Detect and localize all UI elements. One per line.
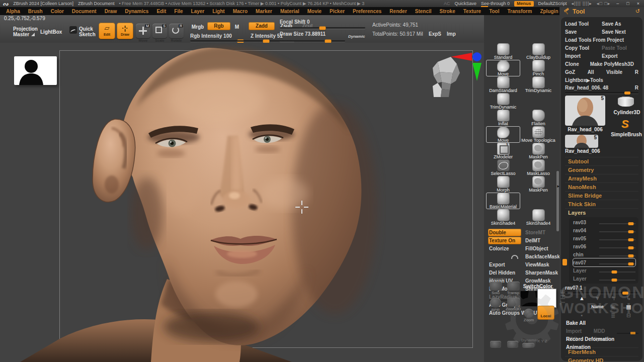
axis-orientation-gizmo[interactable] (449, 52, 484, 89)
layer-control-icon[interactable]: ▼ (590, 295, 605, 302)
layer-row[interactable]: chin (573, 250, 635, 258)
aa-half-icon[interactable] (490, 341, 501, 348)
brush-button[interactable]: Inflat (486, 110, 520, 126)
imp-button[interactable]: Imp (447, 31, 456, 37)
clone-button[interactable]: Clone (565, 60, 590, 68)
draw-button[interactable]: ·¦·Draw (117, 23, 133, 39)
reload-icon[interactable]: ↺ (635, 8, 640, 15)
menu-item[interactable]: Document (68, 9, 101, 14)
layer-row[interactable]: rav04 (573, 226, 635, 234)
layer-control-icon[interactable]: ↳ (621, 295, 636, 302)
toggle-button[interactable]: StoreMT (524, 229, 559, 236)
brush-button[interactable]: Flatten (521, 110, 555, 126)
active-layer-slider[interactable] (565, 292, 638, 294)
layer-control-icon[interactable]: ▪ (574, 312, 590, 319)
menu-item[interactable]: Layer (187, 9, 209, 14)
lightbox-button[interactable]: LightBox (40, 29, 62, 35)
actual-size-icon[interactable] (507, 341, 518, 348)
layer-row[interactable]: rav06 (573, 242, 635, 250)
menu-item[interactable]: Brush (24, 9, 47, 14)
toggle-button[interactable]: DelMT (524, 237, 559, 244)
document-canvas[interactable] (0, 43, 484, 362)
minimize-button[interactable]: – (615, 1, 620, 6)
tool-section-header[interactable]: Geometry HD (565, 356, 638, 362)
zoom3d-button[interactable]: Zoom3D (505, 298, 521, 311)
tool-section-header[interactable]: Geometry (565, 165, 638, 174)
layer-control-icon[interactable]: ≣ (605, 312, 621, 319)
active-tool-thumbnail[interactable]: 5 (565, 96, 605, 126)
menu-item[interactable]: Light (208, 9, 228, 14)
toggle-button[interactable]: BackfaceMask (524, 253, 559, 260)
load-tools-from-project-button[interactable]: Load Tools From Project (565, 36, 624, 44)
menu-item[interactable]: Picker (326, 9, 349, 14)
dynamic-perspective-label[interactable]: Dynamic (521, 338, 538, 342)
tool-section-header[interactable]: Thick Skin (565, 200, 638, 208)
layer-control-icon[interactable]: ⊟ (621, 312, 636, 319)
tool-section-header[interactable]: FiberMesh (565, 347, 638, 356)
scale-button[interactable]: S Scale (152, 24, 167, 38)
layer-intensity-slider[interactable] (599, 272, 635, 273)
layer-intensity-slider[interactable] (599, 255, 635, 256)
layer-intensity-slider[interactable] (599, 231, 635, 232)
brush-button[interactable]: SkinShade4 (486, 209, 520, 226)
mdd-speed-slider[interactable] (617, 333, 638, 334)
brush-button[interactable]: DamStandard (486, 76, 520, 93)
draw-size-slider[interactable] (280, 40, 345, 42)
toggle-button[interactable]: Export (488, 261, 524, 268)
zadd-button[interactable]: Zadd (249, 22, 275, 30)
main-color-swatch[interactable] (520, 291, 537, 307)
load-tool-button[interactable]: Load Tool (565, 20, 602, 28)
menu-item[interactable]: Render (385, 9, 411, 14)
menu-item[interactable]: Edit (152, 9, 170, 14)
mrgb-button[interactable]: Mrgb (189, 24, 206, 30)
layer-control-icon[interactable]: ▣ (605, 303, 621, 311)
toggle-button[interactable]: Double (488, 229, 521, 236)
brush-button[interactable]: BasicMaterial (486, 193, 520, 209)
dynamic-draw-size-toggle[interactable]: Dynamic (348, 34, 365, 39)
tool-section-header[interactable]: Subtool (565, 157, 638, 165)
brush-button[interactable]: MaskLasso (521, 159, 555, 176)
menu-item[interactable]: File (170, 9, 187, 14)
record-deformation-button[interactable]: Record Deformation Animation (565, 335, 638, 343)
rgb-button[interactable]: Rgb (207, 22, 230, 30)
layer-control-icon[interactable]: Name (590, 303, 605, 311)
menu-item[interactable]: Macro (229, 9, 252, 14)
make-polymesh3d-button[interactable]: Make PolyMesh3D (590, 60, 634, 68)
layer-intensity-slider[interactable] (599, 263, 635, 264)
menu-item[interactable]: Preferences (349, 9, 385, 14)
layer-control-icon[interactable]: ↰ (605, 295, 621, 302)
brush-button[interactable]: TrimDynamic (486, 93, 520, 110)
copy-tool-button[interactable]: Copy Tool (565, 44, 602, 52)
move-button[interactable]: M Move (136, 24, 150, 38)
menu-item[interactable]: Stencil (411, 9, 436, 14)
brush-button[interactable]: Standard (486, 43, 520, 60)
lightbox-tools-button[interactable]: Lightbox▶Tools (565, 76, 603, 84)
menu-item[interactable]: Material (276, 9, 303, 14)
cylinder3d-icon[interactable] (618, 97, 634, 109)
brush-button[interactable]: Move Topologica (521, 126, 555, 143)
menu-item[interactable]: Color (47, 9, 68, 14)
import-mdd-button[interactable]: Import MDD (566, 327, 587, 335)
active-tool-slider[interactable] (565, 92, 638, 94)
simplebrush-icon[interactable]: S (621, 118, 629, 131)
menu-item[interactable]: Tool (485, 9, 503, 14)
menu-item[interactable]: Alpha (2, 9, 24, 14)
layer-row[interactable]: rav05 (573, 234, 635, 242)
goz-all-button[interactable]: All (588, 68, 594, 76)
solo-button[interactable]: Solo (488, 282, 503, 295)
edit-button[interactable]: ▱Edit (99, 23, 115, 39)
goz-button[interactable]: GoZ (565, 68, 575, 76)
menu-item[interactable]: Dynamics (121, 9, 152, 14)
save-as-button[interactable]: Save As (602, 20, 638, 28)
toggle-button[interactable]: Colorize (488, 245, 524, 252)
secondary-tool-thumbnail[interactable]: 5 (565, 135, 598, 148)
projection-master-button[interactable]: Projection Master (13, 26, 38, 37)
rotate-button[interactable]: R Rotate (169, 24, 184, 38)
layer-intensity-slider[interactable] (599, 247, 635, 248)
menu-item[interactable]: Texture (459, 9, 485, 14)
brush-scrollbar[interactable] (556, 171, 559, 231)
history-scrub-icons[interactable]: ◂|||| ||||▸ (572, 1, 592, 6)
local-button[interactable]: Local (537, 306, 554, 320)
paste-tool-button[interactable]: Paste Tool (602, 44, 638, 52)
layers-section-header[interactable]: Layers (565, 208, 638, 217)
